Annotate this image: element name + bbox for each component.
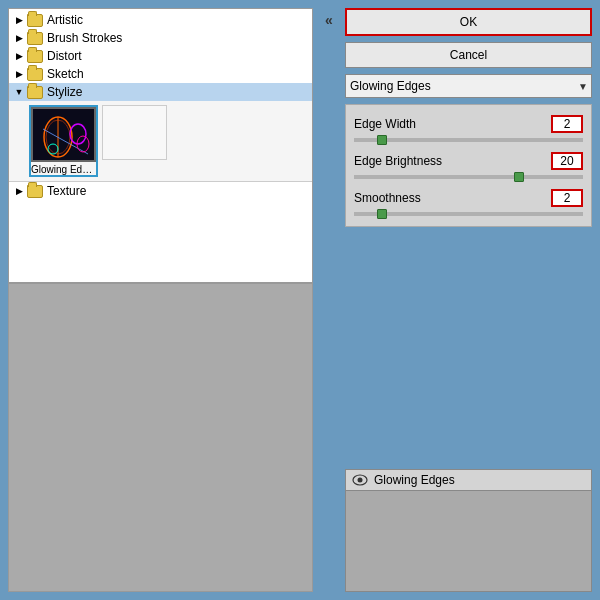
right-panel: OK Cancel Glowing Edges ▼ Edge Width 2	[345, 8, 592, 592]
arrow-sketch: ▶	[13, 68, 25, 80]
param-label-edge-brightness: Edge Brightness	[354, 154, 442, 168]
filter-label-artistic: Artistic	[47, 13, 83, 27]
bottom-preview-content	[346, 491, 591, 591]
double-arrow-icon[interactable]: «	[325, 12, 333, 28]
filter-label-sketch: Sketch	[47, 67, 84, 81]
param-row-smoothness: Smoothness 2	[354, 189, 583, 216]
slider-thumb-edge-width[interactable]	[377, 135, 387, 145]
bottom-preview-panel: Glowing Edges	[345, 469, 592, 592]
thumb-img-glowing-edges	[31, 107, 96, 162]
thumb-inner	[33, 109, 94, 160]
slider-thumb-smoothness[interactable]	[377, 209, 387, 219]
arrow-brush-strokes: ▶	[13, 32, 25, 44]
filter-item-texture[interactable]: ▶ Texture	[9, 182, 312, 200]
effect-dropdown[interactable]: Glowing Edges	[345, 74, 592, 98]
arrow-texture: ▶	[13, 185, 25, 197]
param-label-edge-width: Edge Width	[354, 117, 416, 131]
filter-label-texture: Texture	[47, 184, 86, 198]
svg-point-9	[358, 478, 363, 483]
filter-item-artistic[interactable]: ▶ Artistic	[9, 11, 312, 29]
main-container: ▶ Artistic ▶ Brush Strokes ▶ Distort ▶ S…	[0, 0, 600, 600]
filter-item-sketch[interactable]: ▶ Sketch	[9, 65, 312, 83]
cancel-button[interactable]: Cancel	[345, 42, 592, 68]
arrow-artistic: ▶	[13, 14, 25, 26]
slider-thumb-edge-brightness[interactable]	[514, 172, 524, 182]
left-preview-area	[8, 283, 313, 592]
slider-track-edge-width[interactable]	[354, 138, 583, 142]
folder-icon-sketch	[27, 68, 43, 81]
ok-button[interactable]: OK	[345, 8, 592, 36]
left-panel: ▶ Artistic ▶ Brush Strokes ▶ Distort ▶ S…	[8, 8, 313, 592]
bottom-preview-title: Glowing Edges	[374, 473, 455, 487]
filter-item-stylize[interactable]: ▼ Stylize	[9, 83, 312, 101]
param-value-edge-brightness[interactable]: 20	[551, 152, 583, 170]
filter-item-distort[interactable]: ▶ Distort	[9, 47, 312, 65]
bottom-preview-header: Glowing Edges	[346, 470, 591, 491]
slider-track-edge-brightness[interactable]	[354, 175, 583, 179]
eye-svg	[352, 474, 368, 486]
param-row-edge-width: Edge Width 2	[354, 115, 583, 142]
filter-item-brush-strokes[interactable]: ▶ Brush Strokes	[9, 29, 312, 47]
thumb-svg	[33, 109, 96, 162]
param-value-edge-width[interactable]: 2	[551, 115, 583, 133]
thumb-glowing-edges[interactable]: Glowing Edges	[29, 105, 98, 177]
folder-icon-brush-strokes	[27, 32, 43, 45]
folder-icon-stylize	[27, 86, 43, 99]
param-header-edge-width: Edge Width 2	[354, 115, 583, 133]
param-header-edge-brightness: Edge Brightness 20	[354, 152, 583, 170]
filter-label-brush-strokes: Brush Strokes	[47, 31, 122, 45]
filter-label-stylize: Stylize	[47, 85, 82, 99]
params-panel: Edge Width 2 Edge Brightness 20	[345, 104, 592, 227]
filter-label-distort: Distort	[47, 49, 82, 63]
folder-icon-texture	[27, 185, 43, 198]
filter-tree[interactable]: ▶ Artistic ▶ Brush Strokes ▶ Distort ▶ S…	[8, 8, 313, 283]
param-value-smoothness[interactable]: 2	[551, 189, 583, 207]
arrow-stylize: ▼	[13, 86, 25, 98]
eye-icon[interactable]	[352, 474, 368, 486]
arrow-distort: ▶	[13, 50, 25, 62]
param-row-edge-brightness: Edge Brightness 20	[354, 152, 583, 179]
collapse-arrows[interactable]: «	[319, 8, 339, 592]
param-header-smoothness: Smoothness 2	[354, 189, 583, 207]
param-label-smoothness: Smoothness	[354, 191, 421, 205]
thumb-label-glowing-edges: Glowing Edges	[31, 164, 96, 175]
effect-dropdown-container: Glowing Edges ▼	[345, 74, 592, 98]
folder-icon-artistic	[27, 14, 43, 27]
stylize-thumbnails: Glowing Edges	[9, 101, 312, 182]
thumb-blank	[102, 105, 167, 160]
spacer	[345, 233, 592, 463]
slider-track-smoothness[interactable]	[354, 212, 583, 216]
folder-icon-distort	[27, 50, 43, 63]
